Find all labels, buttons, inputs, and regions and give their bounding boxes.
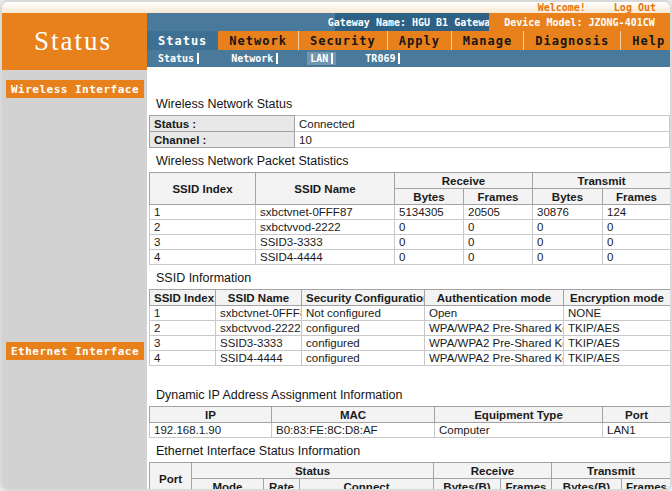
top-strip: Welcome! Log Out [2, 2, 670, 13]
sidebar-item-ethernet-interface[interactable]: Ethernet Interface [6, 342, 144, 360]
ssid-info-table: SSID Index SSID Name Security Configurat… [149, 289, 670, 366]
subnav-item-lan[interactable]: LAN [307, 52, 336, 65]
subnav-item-label: Status [158, 53, 194, 64]
dhcp-table: IP MAC Equipment Type Port 192.168.1.90B… [149, 406, 670, 438]
subnav-item-label: Network [231, 53, 273, 64]
table-row: 1sxbctvnet-0FFF87Not configuredOpenNONE [150, 306, 671, 321]
cell: 3 [150, 336, 216, 351]
cell: 5134305 [395, 205, 464, 220]
cell: 1 [150, 306, 216, 321]
cell: 20505 [464, 205, 533, 220]
cell: 124 [603, 205, 670, 220]
subnav-item-tr069[interactable]: TR069 [362, 52, 403, 65]
col-header: Bytes(B) [552, 479, 622, 491]
col-header: Bytes [395, 189, 464, 205]
tab-network[interactable]: Network [218, 31, 299, 50]
cell: sxbctvvod-2222 [216, 321, 302, 336]
cell: Open [425, 306, 564, 321]
table-row: Status :Connected [150, 116, 670, 132]
cell: 0 [533, 235, 603, 250]
device-model-label: Device Model: JZONG-401CW [489, 13, 670, 31]
subnav-separator [331, 53, 333, 64]
cell: 4 [150, 250, 256, 265]
cell: 0 [395, 250, 464, 265]
subnav-item-status[interactable]: Status [155, 52, 202, 65]
col-header-group: Receive [395, 173, 533, 189]
section-title-packet-stats: Wireless Network Packet Statistics [156, 154, 670, 168]
cell: TKIP/AES [564, 351, 671, 366]
cell: TKIP/AES [564, 336, 671, 351]
col-header: Rate [264, 479, 300, 491]
cell: Status : [150, 116, 295, 132]
cell: 30876 [533, 205, 603, 220]
cell: 0 [464, 250, 533, 265]
section-title-ssid-info: SSID Information [156, 271, 670, 285]
table-row: 3SSID3-33330000 [150, 235, 671, 250]
logout-link[interactable]: Log Out [614, 3, 656, 13]
cell: Not configured [302, 306, 425, 321]
cell: SSID4-4444 [256, 250, 395, 265]
cell: 192.168.1.90 [150, 423, 272, 438]
cell: Computer [435, 423, 603, 438]
cell: sxbctvnet-0FFF87 [216, 306, 302, 321]
subnav-item-label: LAN [310, 53, 328, 64]
col-header: MAC [272, 407, 435, 423]
tab-security[interactable]: Security [299, 31, 388, 50]
col-header: SSID Name [256, 173, 395, 205]
cell: Connected [295, 116, 670, 132]
cell: 0 [395, 235, 464, 250]
tab-help[interactable]: Help [621, 31, 672, 50]
cell: 0 [395, 220, 464, 235]
cell: WPA/WPA2 Pre-Shared Key [425, 321, 564, 336]
table-row: 192.168.1.90B0:83:FE:8C:D8:AFComputerLAN… [150, 423, 671, 438]
cell: configured [302, 336, 425, 351]
info-bar: Gateway Name: HGU B1 Gateway Device Mode… [147, 13, 670, 31]
main-nav: StatusNetworkSecurityApplyManageDiagnosi… [147, 31, 670, 50]
col-header: Encryption mode [564, 290, 671, 306]
section-title-wireless-status: Wireless Network Status [156, 97, 670, 111]
cell: SSID4-4444 [216, 351, 302, 366]
tab-apply[interactable]: Apply [388, 31, 452, 50]
col-header: Frames [603, 189, 670, 205]
info-bar-spacer [147, 13, 335, 31]
col-header: Authentication mode [425, 290, 564, 306]
col-header: Frames [622, 479, 670, 491]
page-title: Status [2, 13, 147, 70]
col-header-group: Transmit [533, 173, 670, 189]
tab-manage[interactable]: Manage [452, 31, 524, 50]
cell: 2 [150, 321, 216, 336]
subnav-separator [197, 53, 199, 64]
sidebar-item-wireless-interface[interactable]: Wireless Interface [6, 80, 144, 98]
router-admin-page: Welcome! Log Out Status Wireless Interfa… [0, 0, 672, 491]
cell: SSID3-3333 [216, 336, 302, 351]
cell: sxbctvvod-2222 [256, 220, 395, 235]
cell: Channel : [150, 132, 295, 148]
col-header: Bytes [533, 189, 603, 205]
col-header: Security Configuration [302, 290, 425, 306]
cell: TKIP/AES [564, 321, 671, 336]
section-title-ethernet: Ethernet Interface Status Information [156, 444, 670, 458]
main-split: Status Wireless Interface Ethernet Inter… [2, 13, 670, 491]
cell: WPA/WPA2 Pre-Shared Key [425, 336, 564, 351]
cell: 0 [464, 220, 533, 235]
col-header-group: Status [192, 463, 434, 479]
col-header: Mode [192, 479, 264, 491]
cell: B0:83:FE:8C:D8:AF [272, 423, 435, 438]
cell: configured [302, 321, 425, 336]
tab-diagnosis[interactable]: Diagnosis [524, 31, 621, 50]
col-header: Equipment Type [435, 407, 603, 423]
col-header-group: Receive [434, 463, 552, 479]
subnav-separator [398, 53, 400, 64]
table-row: 4SSID4-44440000 [150, 250, 671, 265]
cell: 10 [295, 132, 670, 148]
sub-nav: StatusNetworkLANTR069 [147, 50, 670, 67]
cell: 0 [603, 250, 670, 265]
section-title-dhcp: Dynamic IP Address Assignment Informatio… [156, 388, 670, 402]
col-header: Frames [464, 189, 533, 205]
subnav-item-label: TR069 [365, 53, 395, 64]
cell: 4 [150, 351, 216, 366]
subnav-item-network[interactable]: Network [228, 52, 281, 65]
table-row: 4SSID4-4444configuredWPA/WPA2 Pre-Shared… [150, 351, 671, 366]
col-header: Port [150, 463, 192, 491]
tab-status[interactable]: Status [147, 31, 218, 50]
